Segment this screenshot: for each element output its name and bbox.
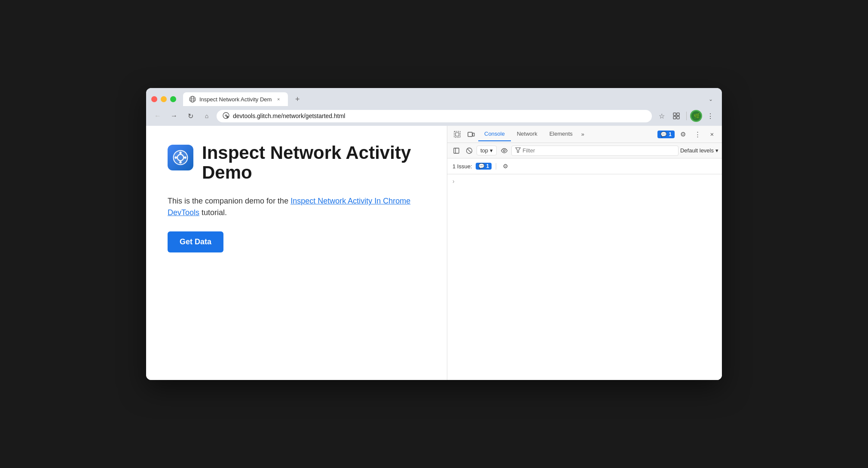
svg-rect-22 (455, 133, 459, 136)
tab-favicon (189, 96, 196, 103)
nav-divider (686, 112, 687, 120)
traffic-light-maximize[interactable] (170, 96, 176, 102)
page-header: Inspect Network Activity Demo (168, 143, 425, 182)
tab-dropdown-button[interactable]: ⌄ (705, 93, 717, 105)
more-tabs-button[interactable]: » (579, 129, 587, 139)
devtools-tabs: Console Network Elements » (478, 127, 657, 141)
issues-badge[interactable]: 💬 1 (657, 131, 675, 138)
traffic-light-close[interactable] (151, 96, 157, 102)
menu-button[interactable]: ⋮ (704, 109, 717, 122)
devtools-more-options-button[interactable]: ⋮ (691, 128, 704, 141)
tab-network[interactable]: Network (511, 127, 544, 141)
extensions-button[interactable] (670, 109, 683, 122)
svg-point-1 (191, 96, 194, 102)
svg-rect-9 (677, 113, 679, 115)
inspect-element-button[interactable] (451, 128, 464, 141)
forward-button[interactable]: → (168, 109, 180, 122)
svg-rect-23 (468, 132, 472, 137)
svg-rect-11 (677, 116, 679, 119)
devtools-main-toolbar: Console Network Elements » 💬 1 (447, 126, 722, 143)
browser-chrome: Inspect Network Activity Dem × + ⌄ ← → ↻… (146, 88, 722, 126)
console-filter-bar[interactable] (511, 146, 679, 156)
console-content: › (447, 174, 722, 380)
console-eye-button[interactable] (498, 145, 510, 156)
tab-title: Inspect Network Activity Dem (199, 96, 272, 103)
svg-point-0 (189, 96, 196, 102)
tab-bar: Inspect Network Activity Dem × + ⌄ (146, 88, 722, 106)
devtools-toolbar-actions: 💬 1 ⚙ ⋮ × (657, 128, 718, 141)
get-data-button[interactable]: Get Data (168, 231, 223, 252)
issues-settings-button[interactable]: ⚙ (500, 161, 510, 171)
tab-console[interactable]: Console (478, 127, 511, 141)
tab-close-button[interactable]: × (275, 96, 282, 103)
issues-label: 1 Issue: (452, 163, 472, 170)
issues-bar: 1 Issue: 💬 1 | ⚙ (447, 158, 722, 174)
svg-rect-8 (673, 113, 676, 115)
traffic-lights (151, 96, 176, 102)
device-toolbar-button[interactable] (465, 128, 477, 141)
svg-point-20 (174, 156, 177, 158)
svg-line-28 (468, 149, 471, 152)
tab-elements[interactable]: Elements (543, 127, 578, 141)
page-title: Inspect Network Activity Demo (202, 143, 425, 182)
svg-rect-25 (454, 148, 459, 153)
back-button[interactable]: ← (151, 109, 164, 122)
svg-marker-30 (516, 148, 520, 152)
traffic-light-minimize[interactable] (161, 96, 167, 102)
console-clear-button[interactable] (464, 145, 475, 156)
devtools-close-button[interactable]: × (706, 128, 718, 141)
address-bar[interactable]: devtools.glitch.me/network/getstarted.ht… (217, 110, 652, 122)
devtools-settings-button[interactable]: ⚙ (676, 128, 689, 141)
svg-point-19 (179, 161, 181, 163)
svg-point-18 (184, 156, 186, 158)
console-sidebar-button[interactable] (451, 145, 462, 156)
nav-actions: ☆ 🌿 ⋮ (655, 109, 717, 122)
active-tab[interactable]: Inspect Network Activity Dem × (183, 92, 288, 106)
profile-avatar[interactable]: 🌿 (690, 110, 702, 122)
bookmark-button[interactable]: ☆ (655, 109, 668, 122)
svg-rect-21 (454, 131, 460, 137)
reload-button[interactable]: ↻ (184, 109, 197, 122)
svg-point-17 (179, 152, 181, 154)
log-levels-dropdown-icon: ▾ (715, 147, 718, 154)
context-selector[interactable]: top ▾ (477, 146, 497, 155)
new-tab-button[interactable]: + (291, 93, 303, 105)
svg-point-7 (226, 116, 229, 118)
browser-window: Inspect Network Activity Dem × + ⌄ ← → ↻… (146, 88, 722, 380)
page-content: Inspect Network Activity Demo This is th… (146, 126, 447, 380)
devtools-panel: Console Network Elements » 💬 1 (447, 126, 722, 380)
svg-point-29 (503, 149, 505, 151)
home-button[interactable]: ⌂ (200, 109, 213, 122)
issues-badge-icon: 💬 (660, 131, 667, 137)
svg-rect-10 (673, 116, 676, 119)
nav-bar: ← → ↻ ⌂ devtools.gl (146, 106, 722, 126)
page-logo (168, 145, 193, 170)
browser-content: Inspect Network Activity Demo This is th… (146, 126, 722, 380)
url-text: devtools.glitch.me/network/getstarted.ht… (233, 112, 646, 119)
address-security-icon (223, 112, 229, 120)
log-levels-selector[interactable]: Default levels ▾ (680, 147, 718, 154)
issues-count-badge[interactable]: 💬 1 (476, 163, 492, 170)
svg-text:🌿: 🌿 (694, 112, 700, 119)
filter-icon (515, 147, 521, 154)
filter-input[interactable] (523, 147, 675, 154)
console-toolbar: top ▾ (447, 143, 722, 158)
console-prompt-arrow[interactable]: › (451, 176, 456, 186)
svg-rect-24 (473, 133, 474, 136)
issues-divider: | (495, 162, 497, 170)
page-description: This is the companion demo for the Inspe… (168, 195, 425, 219)
issues-badge-chat-icon: 💬 (478, 163, 485, 169)
dropdown-arrow-icon: ▾ (490, 147, 493, 154)
